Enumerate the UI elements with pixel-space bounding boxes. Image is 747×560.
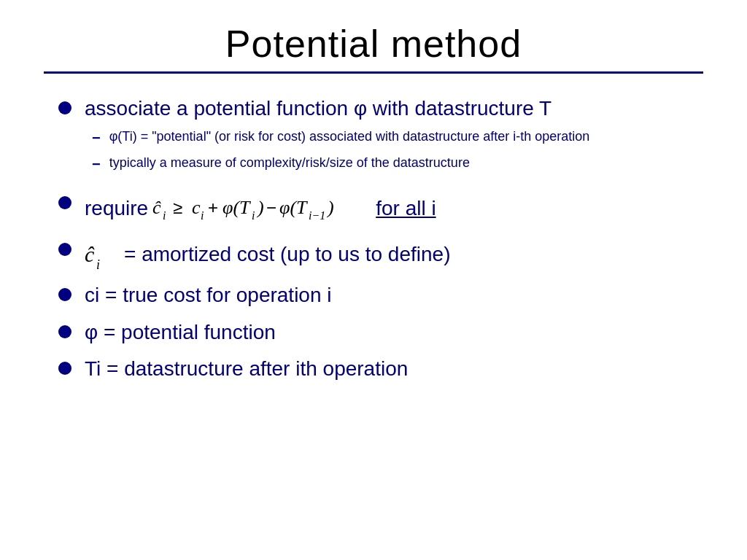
svg-text:i: i: [163, 209, 166, 222]
svg-text:c: c: [192, 197, 201, 218]
amortized-text: = amortized cost (up to us to define): [124, 241, 450, 268]
svg-text:ĉ: ĉ: [85, 242, 95, 266]
for-all-i-label: for all i: [376, 195, 436, 222]
svg-text:+: +: [208, 198, 218, 217]
sub-dash-1: −: [92, 128, 101, 148]
bullet-text-1: associate a potential function φ with da…: [85, 96, 589, 122]
sub-item-2: − typically a measure of complexity/risk…: [92, 154, 589, 174]
bullet-dot-6: [58, 362, 71, 375]
amortized-row: ĉ i = amortized cost (up to us to define…: [85, 237, 450, 272]
bullet-item-3: ĉ i = amortized cost (up to us to define…: [58, 237, 703, 272]
slide-container: Potential method associate a potential f…: [44, 22, 703, 538]
svg-text:−: −: [266, 198, 276, 217]
ci-text: ci = true cost for operation i: [85, 282, 332, 308]
sub-list-1: − φ(Ti) = "potential" (or risk for cost)…: [92, 128, 589, 174]
sub-text-1: φ(Ti) = "potential" (or risk for cost) a…: [109, 128, 590, 146]
bullet-item-6: Ti = datastructure after ith operation: [58, 356, 703, 382]
bullet-item-2: require ĉ i ≥ c i + φ(T: [58, 190, 703, 227]
svg-text:φ(T: φ(T: [222, 197, 251, 218]
svg-text:i: i: [96, 257, 100, 272]
title-underline: [44, 71, 703, 74]
bullet-dot-4: [58, 288, 71, 301]
require-label: require: [85, 195, 148, 222]
require-row: require ĉ i ≥ c i + φ(T: [85, 190, 436, 227]
sub-dash-2: −: [92, 154, 101, 174]
sub-item-1: − φ(Ti) = "potential" (or risk for cost)…: [92, 128, 589, 148]
svg-text:i−1: i−1: [309, 209, 325, 222]
svg-text:i: i: [252, 209, 255, 222]
bullet-item-5: φ = potential function: [58, 319, 703, 346]
bullet-dot-1: [58, 101, 71, 114]
svg-text:i: i: [201, 209, 204, 222]
bullet-dot-5: [58, 325, 71, 338]
c-hat-formula: ĉ i: [85, 237, 117, 272]
bullet-item-4: ci = true cost for operation i: [58, 282, 703, 308]
svg-text:): ): [326, 197, 334, 218]
svg-text:≥: ≥: [173, 198, 182, 217]
slide-title: Potential method: [44, 22, 703, 66]
ti-text: Ti = datastructure after ith operation: [85, 356, 408, 382]
content-section: associate a potential function φ with da…: [44, 96, 703, 538]
require-formula: ĉ i ≥ c i + φ(T i ) −: [152, 190, 371, 227]
bullet-dot-3: [58, 243, 71, 256]
sub-text-2: typically a measure of complexity/risk/s…: [109, 154, 470, 172]
svg-text:ĉ: ĉ: [152, 197, 161, 218]
svg-text:): ): [256, 197, 264, 218]
svg-text:φ(T: φ(T: [279, 197, 308, 218]
bullet-dot-2: [58, 196, 71, 209]
phi-text: φ = potential function: [85, 319, 276, 346]
bullet-list: associate a potential function φ with da…: [58, 96, 703, 383]
title-section: Potential method: [44, 22, 703, 88]
bullet-item-1: associate a potential function φ with da…: [58, 96, 703, 180]
